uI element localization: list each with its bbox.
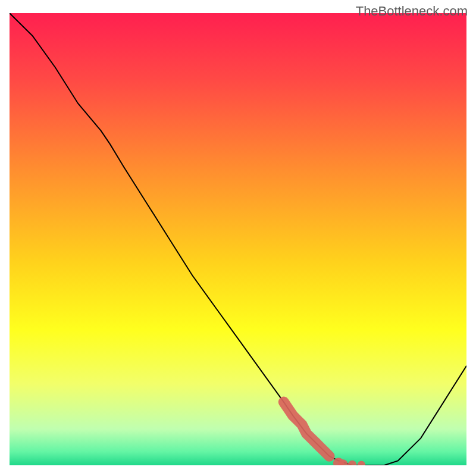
watermark-text: TheBottleneck.com — [356, 4, 468, 19]
chart-svg — [10, 13, 466, 465]
chart-container: TheBottleneck.com — [0, 0, 476, 476]
gradient-background — [10, 13, 466, 465]
chart-area — [10, 13, 466, 465]
